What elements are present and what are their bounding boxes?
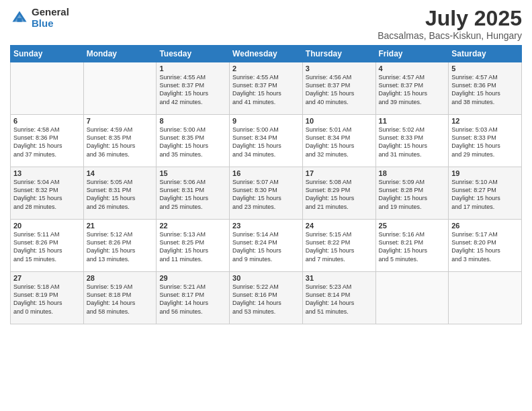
month-title: July 2025: [378, 7, 522, 30]
day-number: 28: [87, 274, 154, 282]
calendar-cell: 27Sunrise: 5:18 AM Sunset: 8:19 PM Dayli…: [11, 272, 84, 324]
calendar-cell: 30Sunrise: 5:22 AM Sunset: 8:16 PM Dayli…: [230, 272, 303, 324]
calendar-cell: 8Sunrise: 5:00 AM Sunset: 8:35 PM Daylig…: [157, 115, 230, 167]
col-friday: Friday: [375, 46, 449, 62]
day-number: 20: [13, 222, 81, 230]
day-number: 3: [306, 64, 373, 73]
calendar-cell: 26Sunrise: 5:17 AM Sunset: 8:20 PM Dayli…: [449, 220, 522, 272]
cell-content: Sunrise: 4:57 AM Sunset: 8:37 PM Dayligh…: [379, 73, 446, 106]
cell-content: Sunrise: 4:55 AM Sunset: 8:37 PM Dayligh…: [159, 73, 226, 106]
cell-content: Sunrise: 4:58 AM Sunset: 8:36 PM Dayligh…: [13, 126, 81, 158]
calendar-cell: 20Sunrise: 5:11 AM Sunset: 8:26 PM Dayli…: [11, 220, 84, 272]
cell-content: Sunrise: 5:13 AM Sunset: 8:25 PM Dayligh…: [159, 230, 226, 263]
col-monday: Monday: [83, 46, 157, 62]
cell-content: Sunrise: 5:00 AM Sunset: 8:34 PM Dayligh…: [232, 126, 300, 158]
day-number: 31: [306, 274, 373, 282]
cell-content: Sunrise: 5:08 AM Sunset: 8:29 PM Dayligh…: [306, 178, 373, 211]
calendar-cell: 11Sunrise: 5:02 AM Sunset: 8:33 PM Dayli…: [375, 115, 449, 167]
cell-content: Sunrise: 5:04 AM Sunset: 8:32 PM Dayligh…: [13, 178, 81, 211]
cell-content: Sunrise: 5:05 AM Sunset: 8:31 PM Dayligh…: [87, 178, 154, 211]
day-number: 8: [159, 117, 226, 125]
calendar-cell: 23Sunrise: 5:14 AM Sunset: 8:24 PM Dayli…: [230, 220, 303, 272]
calendar-week-3: 13Sunrise: 5:04 AM Sunset: 8:32 PM Dayli…: [11, 167, 522, 220]
cell-content: Sunrise: 5:02 AM Sunset: 8:33 PM Dayligh…: [379, 126, 446, 158]
calendar-cell: 13Sunrise: 5:04 AM Sunset: 8:32 PM Dayli…: [11, 167, 84, 220]
calendar-cell: 4Sunrise: 4:57 AM Sunset: 8:37 PM Daylig…: [375, 62, 449, 115]
day-number: 25: [379, 222, 446, 230]
calendar-cell: [11, 62, 84, 115]
day-number: 11: [379, 117, 446, 125]
cell-content: Sunrise: 5:11 AM Sunset: 8:26 PM Dayligh…: [13, 230, 81, 263]
calendar-cell: 15Sunrise: 5:06 AM Sunset: 8:31 PM Dayli…: [157, 167, 230, 220]
cell-content: Sunrise: 4:57 AM Sunset: 8:36 PM Dayligh…: [451, 73, 519, 106]
page: General Blue July 2025 Bacsalmas, Bacs-K…: [0, 0, 532, 411]
cell-content: Sunrise: 4:56 AM Sunset: 8:37 PM Dayligh…: [306, 73, 373, 106]
day-number: 30: [232, 274, 300, 282]
day-number: 4: [379, 64, 446, 73]
cell-content: Sunrise: 5:03 AM Sunset: 8:33 PM Dayligh…: [451, 126, 519, 158]
cell-content: Sunrise: 4:59 AM Sunset: 8:35 PM Dayligh…: [87, 126, 154, 158]
calendar-table: Sunday Monday Tuesday Wednesday Thursday…: [10, 45, 522, 324]
col-thursday: Thursday: [302, 46, 375, 62]
logo-general: General: [32, 7, 69, 18]
day-number: 23: [232, 222, 300, 230]
day-number: 27: [13, 274, 81, 282]
cell-content: Sunrise: 5:06 AM Sunset: 8:31 PM Dayligh…: [159, 178, 226, 211]
cell-content: Sunrise: 5:15 AM Sunset: 8:22 PM Dayligh…: [306, 230, 373, 263]
day-number: 19: [451, 169, 519, 177]
day-number: 24: [306, 222, 373, 230]
day-number: 26: [451, 222, 519, 230]
day-number: 5: [451, 64, 519, 73]
calendar-cell: 5Sunrise: 4:57 AM Sunset: 8:36 PM Daylig…: [449, 62, 522, 115]
cell-content: Sunrise: 5:01 AM Sunset: 8:34 PM Dayligh…: [306, 126, 373, 158]
calendar-cell: 19Sunrise: 5:10 AM Sunset: 8:27 PM Dayli…: [449, 167, 522, 220]
calendar-cell: 25Sunrise: 5:16 AM Sunset: 8:21 PM Dayli…: [375, 220, 449, 272]
cell-content: Sunrise: 5:23 AM Sunset: 8:14 PM Dayligh…: [306, 283, 373, 316]
cell-content: Sunrise: 5:22 AM Sunset: 8:16 PM Dayligh…: [232, 283, 300, 316]
title-block: July 2025 Bacsalmas, Bacs-Kiskun, Hungar…: [378, 7, 522, 41]
day-number: 22: [159, 222, 226, 230]
calendar-cell: 17Sunrise: 5:08 AM Sunset: 8:29 PM Dayli…: [302, 167, 375, 220]
col-sunday: Sunday: [11, 46, 84, 62]
cell-content: Sunrise: 5:16 AM Sunset: 8:21 PM Dayligh…: [379, 230, 446, 263]
col-saturday: Saturday: [449, 46, 522, 62]
cell-content: Sunrise: 5:00 AM Sunset: 8:35 PM Dayligh…: [159, 126, 226, 158]
cell-content: Sunrise: 4:55 AM Sunset: 8:37 PM Dayligh…: [232, 73, 300, 106]
day-number: 29: [159, 274, 226, 282]
day-number: 13: [13, 169, 81, 177]
calendar-cell: 29Sunrise: 5:21 AM Sunset: 8:17 PM Dayli…: [157, 272, 230, 324]
cell-content: Sunrise: 5:14 AM Sunset: 8:24 PM Dayligh…: [232, 230, 300, 263]
svg-rect-2: [17, 18, 22, 22]
day-number: 1: [159, 64, 226, 73]
day-number: 15: [159, 169, 226, 177]
day-number: 18: [379, 169, 446, 177]
day-number: 2: [232, 64, 300, 73]
calendar-week-4: 20Sunrise: 5:11 AM Sunset: 8:26 PM Dayli…: [11, 220, 522, 272]
calendar-cell: 3Sunrise: 4:56 AM Sunset: 8:37 PM Daylig…: [302, 62, 375, 115]
calendar-cell: 24Sunrise: 5:15 AM Sunset: 8:22 PM Dayli…: [302, 220, 375, 272]
logo-text: General Blue: [32, 7, 69, 29]
cell-content: Sunrise: 5:09 AM Sunset: 8:28 PM Dayligh…: [379, 178, 446, 211]
cell-content: Sunrise: 5:18 AM Sunset: 8:19 PM Dayligh…: [13, 283, 81, 316]
cell-content: Sunrise: 5:17 AM Sunset: 8:20 PM Dayligh…: [451, 230, 519, 263]
calendar-cell: 21Sunrise: 5:12 AM Sunset: 8:26 PM Dayli…: [83, 220, 157, 272]
calendar-cell: 6Sunrise: 4:58 AM Sunset: 8:36 PM Daylig…: [11, 115, 84, 167]
day-number: 12: [451, 117, 519, 125]
calendar-cell: 9Sunrise: 5:00 AM Sunset: 8:34 PM Daylig…: [230, 115, 303, 167]
calendar-cell: 7Sunrise: 4:59 AM Sunset: 8:35 PM Daylig…: [83, 115, 157, 167]
day-number: 9: [232, 117, 300, 125]
location-subtitle: Bacsalmas, Bacs-Kiskun, Hungary: [378, 30, 522, 41]
day-number: 16: [232, 169, 300, 177]
calendar-week-5: 27Sunrise: 5:18 AM Sunset: 8:19 PM Dayli…: [11, 272, 522, 324]
calendar-cell: 12Sunrise: 5:03 AM Sunset: 8:33 PM Dayli…: [449, 115, 522, 167]
cell-content: Sunrise: 5:07 AM Sunset: 8:30 PM Dayligh…: [232, 178, 300, 211]
cell-content: Sunrise: 5:19 AM Sunset: 8:18 PM Dayligh…: [87, 283, 154, 316]
cell-content: Sunrise: 5:12 AM Sunset: 8:26 PM Dayligh…: [87, 230, 154, 263]
cell-content: Sunrise: 5:10 AM Sunset: 8:27 PM Dayligh…: [451, 178, 519, 211]
day-number: 6: [13, 117, 81, 125]
calendar-cell: 1Sunrise: 4:55 AM Sunset: 8:37 PM Daylig…: [157, 62, 230, 115]
calendar-cell: 18Sunrise: 5:09 AM Sunset: 8:28 PM Dayli…: [375, 167, 449, 220]
calendar-cell: 28Sunrise: 5:19 AM Sunset: 8:18 PM Dayli…: [83, 272, 157, 324]
calendar-week-1: 1Sunrise: 4:55 AM Sunset: 8:37 PM Daylig…: [11, 62, 522, 115]
day-number: 21: [87, 222, 154, 230]
